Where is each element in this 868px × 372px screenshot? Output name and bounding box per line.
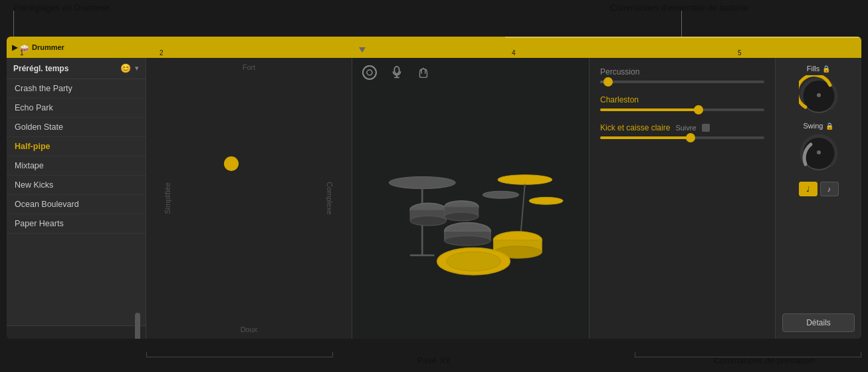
sidebar-footer <box>7 325 146 339</box>
percussion-slider-thumb[interactable] <box>603 77 613 87</box>
svg-point-24 <box>410 216 447 226</box>
right-panel: Fills 🔒 <box>775 58 861 339</box>
sidebar-item-echo-park[interactable]: Echo Park <box>7 98 146 118</box>
xy-pad-bottom-label: Doux <box>241 325 258 333</box>
annotation-top-right: Commandes d'ensemble de batterie <box>610 3 748 13</box>
charleston-slider-fill <box>600 108 699 111</box>
charleston-slider-thumb[interactable] <box>694 105 703 114</box>
sidebar-header-title: Prérégl. temps <box>13 64 68 73</box>
kick-slider-fill <box>600 136 691 139</box>
tick-1: 1 <box>20 49 24 57</box>
note-buttons: ♩ ♪ <box>799 182 839 196</box>
svg-point-28 <box>529 197 563 204</box>
percussion-control: Percussion <box>600 67 764 83</box>
bracket-bottom-far-right-v <box>861 352 861 357</box>
fills-lock-icon[interactable]: 🔒 <box>822 65 830 73</box>
annotation-bottom-center: Pavé XY <box>417 355 451 365</box>
tick-2: 2 <box>160 49 163 57</box>
sidebar-header-icons: 😊 ▾ <box>120 63 139 73</box>
sidebar-item-crash-the-party[interactable]: Crash the Party <box>7 79 146 98</box>
fills-label: Fills 🔒 <box>807 65 831 73</box>
svg-point-8 <box>389 176 455 188</box>
kick-control: Kick et caisse claire Suivre <box>600 123 764 139</box>
kick-label-row: Kick et caisse claire Suivre <box>600 123 764 132</box>
charleston-label: Charleston <box>600 95 764 104</box>
note-btn-eighth[interactable]: ♪ <box>820 182 839 196</box>
chevron-down-icon[interactable]: ▾ <box>135 64 139 73</box>
drum-area <box>352 58 589 339</box>
svg-point-0 <box>363 66 376 79</box>
bracket-bottom-center-line <box>146 357 332 357</box>
hihat-icon[interactable] <box>362 65 378 81</box>
hand-icon[interactable] <box>416 65 431 80</box>
control-bracket-line <box>505 37 861 38</box>
fills-knob[interactable] <box>799 75 839 115</box>
swing-label-text: Swing <box>804 122 823 130</box>
suivre-label: Suivre <box>675 124 696 132</box>
details-button[interactable]: Détails <box>782 313 855 332</box>
fills-section: Fills 🔒 <box>782 65 855 115</box>
svg-point-21 <box>447 252 501 271</box>
sidebar-item-paper-hearts[interactable]: Paper Hearts <box>7 214 146 234</box>
drum-kit-visual <box>352 87 589 339</box>
svg-point-10 <box>483 191 519 198</box>
timeline-title: Drummer <box>32 43 64 51</box>
main-container: ▶ 🥁 Drummer 1 2 4 5 Prérégl. temps 😊 ▾ <box>7 37 861 339</box>
swing-section: Swing 🔒 <box>782 122 855 172</box>
swing-label: Swing 🔒 <box>804 122 834 130</box>
svg-point-27 <box>445 212 479 221</box>
bracket-bottom-right-v <box>332 352 333 357</box>
annotation-line-tl <box>13 11 14 39</box>
sidebar-item-half-pipe[interactable]: Half-pipe <box>7 137 146 156</box>
xy-dot[interactable] <box>224 156 239 171</box>
charleston-slider-track[interactable] <box>600 108 764 111</box>
controls-panel: Percussion Charleston Kick et caisse cla… <box>589 58 775 339</box>
sidebar-item-golden-state[interactable]: Golden State <box>7 118 146 137</box>
bracket-bottom-cr-left-v <box>635 352 635 357</box>
xy-pad[interactable]: Fort Doux Simplifiée Complexe <box>146 58 352 339</box>
xy-pad-top-label: Fort <box>243 63 256 71</box>
kick-label: Kick et caisse claire <box>600 123 670 132</box>
svg-point-30 <box>817 93 821 97</box>
sidebar-items: Crash the Party Echo Park Golden State H… <box>7 79 146 325</box>
kick-slider-track[interactable] <box>600 136 764 139</box>
sidebar-item-ocean-boulevard[interactable]: Ocean Boulevard <box>7 195 146 214</box>
svg-point-9 <box>498 175 552 185</box>
annotation-top-left: Préréglages de Drummer <box>13 3 110 13</box>
svg-point-2 <box>394 67 399 74</box>
bracket-bottom-left-v <box>146 352 147 357</box>
percussion-slider-track[interactable] <box>600 81 764 83</box>
play-icon[interactable]: ▶ <box>12 43 17 52</box>
swing-knob[interactable] <box>799 132 839 172</box>
smiley-icon[interactable]: 😊 <box>120 63 131 73</box>
annotation-line-tr <box>681 11 682 39</box>
sidebar-header: Prérégl. temps 😊 ▾ <box>7 58 146 79</box>
charleston-control: Charleston <box>600 95 764 111</box>
fills-label-text: Fills <box>807 65 820 73</box>
timeline-bar: ▶ 🥁 Drummer 1 2 4 5 <box>7 37 861 58</box>
mic-icon[interactable] <box>389 65 404 80</box>
bracket-bottom-right-line <box>635 357 861 357</box>
sidebar-scrollbar[interactable] <box>135 313 140 339</box>
sidebar-item-new-kicks[interactable]: New Kicks <box>7 176 146 195</box>
playhead-marker <box>359 47 366 53</box>
svg-point-32 <box>817 150 821 154</box>
note-btn-quarter[interactable]: ♩ <box>799 182 817 196</box>
svg-point-16 <box>445 236 490 246</box>
tick-5: 5 <box>738 49 742 57</box>
xy-pad-left-label: Simplifiée <box>163 182 171 214</box>
sidebar-item-mixtape[interactable]: Mixtape <box>7 156 146 176</box>
suivre-checkbox[interactable] <box>702 124 710 132</box>
percussion-label: Percussion <box>600 67 764 77</box>
drum-icons-row <box>352 58 589 87</box>
sidebar: Prérégl. temps 😊 ▾ Crash the Party Echo … <box>7 58 146 339</box>
tick-4: 4 <box>512 49 516 57</box>
drum-svg <box>364 146 577 279</box>
swing-lock-icon[interactable]: 🔒 <box>825 122 833 130</box>
kick-slider-thumb[interactable] <box>686 133 695 142</box>
xy-pad-right-label: Complexe <box>326 182 334 215</box>
svg-point-1 <box>367 70 372 75</box>
content-area: Prérégl. temps 😊 ▾ Crash the Party Echo … <box>7 58 861 339</box>
